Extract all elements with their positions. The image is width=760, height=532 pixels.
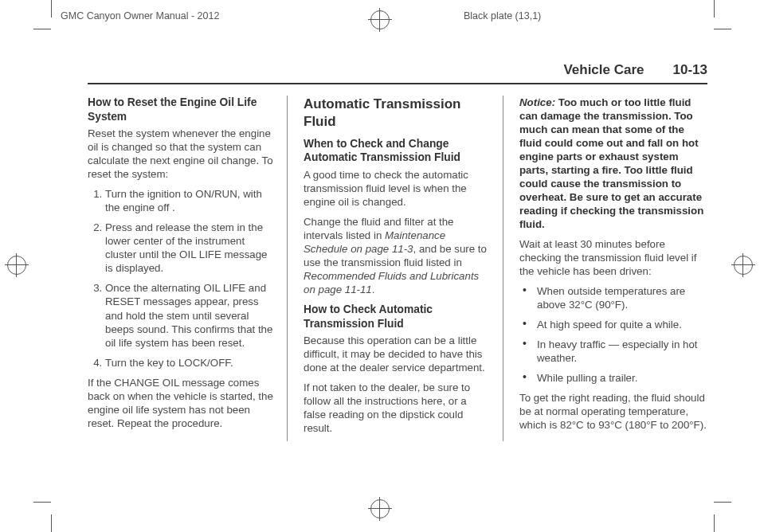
column-3: Notice: Too much or too little fluid can… <box>519 96 707 441</box>
section-title: Vehicle Care <box>563 62 644 78</box>
content-columns: How to Reset the Engine Oil Life System … <box>88 96 707 441</box>
conditions-list: When outside temperatures are above 32°C… <box>519 284 707 385</box>
list-item: At high speed for quite a while. <box>519 318 707 331</box>
crop-mark <box>51 0 52 18</box>
bottom-registration-row <box>0 497 760 529</box>
col2-heading: Automatic Transmission Fluid <box>304 96 492 131</box>
crop-mark <box>33 502 51 503</box>
plate-label: Black plate (13,1) <box>464 10 541 22</box>
registration-target-icon <box>731 253 755 277</box>
crop-mark <box>33 29 51 29</box>
text-run: . <box>372 284 375 295</box>
cross-ref: Recommended Fluids and Lubricants on pag… <box>304 270 479 295</box>
col1-heading: How to Reset the Engine Oil Life System <box>88 96 276 123</box>
col2-p1: A good time to check the automatic trans… <box>304 168 492 209</box>
col1-intro: Reset the system whenever the engine oil… <box>88 127 276 181</box>
list-item: Turn the ignition to ON/RUN, with the en… <box>105 187 276 214</box>
notice-block: Notice: Too much or too little fluid can… <box>519 96 707 231</box>
top-registration-row: GMC Canyon Owner Manual - 2012 Black pla… <box>0 6 760 38</box>
column-2: Automatic Transmission Fluid When to Che… <box>304 96 503 441</box>
notice-body: Too much or too little fluid can damage … <box>519 96 703 230</box>
column-1: How to Reset the Engine Oil Life System … <box>88 96 288 441</box>
col2-subheading-2: How to Check Automatic Transmission Flui… <box>304 303 492 331</box>
running-header: Vehicle Care 10-13 <box>88 62 707 84</box>
col2-subheading-1: When to Check and Change Automatic Trans… <box>304 137 492 165</box>
col1-after: If the CHANGE OIL message comes back on … <box>88 376 276 430</box>
registration-target-icon <box>368 497 392 521</box>
crop-mark <box>51 514 52 532</box>
col2-p3: Because this operation can be a little d… <box>304 334 492 374</box>
list-item: While pulling a trailer. <box>519 371 707 385</box>
list-item: In heavy traffic — especially in hot wea… <box>519 338 707 365</box>
page-number: 10-13 <box>673 62 707 78</box>
page-body: Vehicle Care 10-13 How to Reset the Engi… <box>88 62 707 500</box>
notice-label: Notice: <box>519 96 555 108</box>
list-item: Press and release the stem in the lower … <box>105 221 276 275</box>
list-item: When outside temperatures are above 32°C… <box>519 284 707 311</box>
registration-target-icon <box>368 8 392 32</box>
registration-target-icon <box>5 253 29 277</box>
reset-steps-list: Turn the ignition to ON/RUN, with the en… <box>88 187 276 369</box>
col2-p2: Change the fluid and filter at the inter… <box>304 215 492 296</box>
manual-title: GMC Canyon Owner Manual - 2012 <box>61 10 219 22</box>
crop-mark <box>714 502 731 503</box>
col2-p4: If not taken to the dealer, be sure to f… <box>304 381 492 435</box>
col3-wait: Wait at least 30 minutes before checking… <box>519 237 707 278</box>
col3-closing: To get the right reading, the fluid shou… <box>519 391 707 432</box>
list-item: Turn the key to LOCK/OFF. <box>105 356 276 370</box>
list-item: Once the alternating OIL LIFE and RESET … <box>105 281 276 349</box>
crop-mark <box>714 0 715 18</box>
crop-mark <box>714 514 715 532</box>
crop-mark <box>714 29 731 29</box>
